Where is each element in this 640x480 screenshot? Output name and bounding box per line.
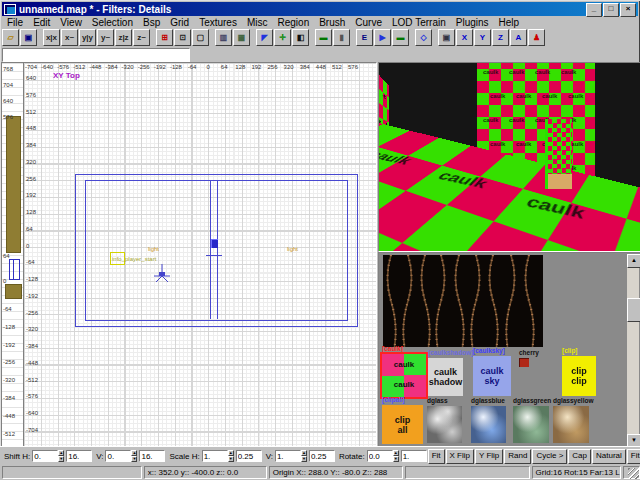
texture-browser[interactable]: ▲ ▼ [caulk]caulkcaulk[caulkshadow]caulks… [378, 252, 640, 451]
toolbar-button-csg-subtract[interactable]: ▥ [215, 29, 232, 46]
scroll-thumb[interactable] [627, 298, 640, 322]
toolbar-button-texture-lock[interactable]: ◧ [292, 29, 309, 46]
x-flip-button[interactable]: X Flip [446, 449, 474, 464]
toolbar-button-autocaulk[interactable]: A [510, 29, 527, 46]
fit-patch-button[interactable]: Fit [627, 449, 640, 464]
rotate-spinner[interactable]: ▲▼ [393, 450, 399, 462]
z-floor-brush[interactable] [5, 284, 22, 299]
toolbar-button-cascade-windows[interactable]: ▣ [438, 29, 455, 46]
minimize-button[interactable]: _ [586, 3, 602, 17]
camera-3d-view[interactable]: caulkcaulkcaulkcaulkcaulkcaulkcaulkcaulk… [378, 62, 640, 252]
scale-v-step-input[interactable] [309, 450, 335, 462]
shift-v-spinner[interactable]: ▲▼ [131, 450, 137, 462]
resize-grip[interactable] [628, 468, 639, 479]
shift-h-value-input[interactable] [32, 450, 58, 462]
toolbar-button-view-x[interactable]: X [456, 29, 473, 46]
texture-tile-clip[interactable]: clipclip [562, 356, 596, 396]
z-brush[interactable] [6, 116, 21, 253]
fit-button[interactable]: Fit [428, 449, 445, 464]
scale-v-spin-down[interactable]: ▼ [301, 456, 307, 462]
cycle-button[interactable]: Cycle > [532, 449, 567, 464]
texture-tile-dglassgreen[interactable] [513, 406, 549, 443]
rand-button[interactable]: Rand [504, 449, 531, 464]
y-flip-button[interactable]: Y Flip [475, 449, 503, 464]
toolbar-button-curve-edit[interactable]: ▶ [374, 29, 391, 46]
z-axis-view[interactable]: 768704640576640-64-128-192-256-320-384-4… [1, 62, 24, 452]
wall-brush-line-left[interactable] [210, 180, 211, 319]
texture-tile-clipall[interactable]: clipall [382, 405, 423, 444]
menu-item-grid[interactable]: Grid [165, 17, 194, 28]
natural-button[interactable]: Natural [592, 449, 626, 464]
scale-h-step-input[interactable] [236, 450, 262, 462]
z-player-start-box[interactable] [9, 259, 20, 280]
shift-h-spin-down[interactable]: ▼ [58, 456, 64, 462]
menu-item-bsp[interactable]: Bsp [138, 17, 165, 28]
scale-h-value-input[interactable] [202, 450, 228, 462]
toolbar-button-rotate-z[interactable]: z~ [133, 29, 150, 46]
toolbar-button-flip-y[interactable]: y|y [79, 29, 96, 46]
menu-item-curve[interactable]: Curve [350, 17, 387, 28]
toolbar-button-dont-select-models[interactable]: ♟ [528, 29, 545, 46]
toolbar-button-clipper[interactable]: ◤ [256, 29, 273, 46]
toolbar-button-csg-hollow[interactable]: ▦ [233, 29, 250, 46]
scale-h-spin-down[interactable]: ▼ [228, 456, 234, 462]
toolbar-button-lock-selection[interactable]: ▮ [333, 29, 350, 46]
toolbar-button-save[interactable]: ▣ [20, 29, 37, 46]
toolbar-button-rotate-y[interactable]: y~ [97, 29, 114, 46]
shift-v-step-input[interactable] [139, 450, 165, 462]
texture-tile-dglass[interactable] [427, 406, 462, 443]
toolbar-button-flip-x[interactable]: x|x [43, 29, 60, 46]
menu-item-misc[interactable]: Misc [242, 17, 273, 28]
toolbar-button-entity-inspector[interactable]: E [356, 29, 373, 46]
cap-button[interactable]: Cap [568, 449, 591, 464]
toolbar-button-view-z[interactable]: Z [492, 29, 509, 46]
filter-input[interactable] [2, 48, 190, 62]
toolbar-button-rotate-x[interactable]: x~ [61, 29, 78, 46]
texture-tile-caulkshadow[interactable]: caulkshadow [428, 358, 463, 396]
toolbar-button-patch-bend[interactable]: ▬ [392, 29, 409, 46]
menu-item-file[interactable]: File [2, 17, 28, 28]
shift-v-spin-down[interactable]: ▼ [131, 456, 137, 462]
rotate-spin-down[interactable]: ▼ [393, 456, 399, 462]
rotate-step-input[interactable] [401, 450, 427, 462]
rotate-value-input[interactable] [367, 450, 393, 462]
scale-v-spinner[interactable]: ▲▼ [301, 450, 307, 462]
camera-angle-indicator[interactable] [152, 263, 172, 283]
menu-item-edit[interactable]: Edit [28, 17, 55, 28]
menu-item-region[interactable]: Region [273, 17, 315, 28]
shift-h-spinner[interactable]: ▲▼ [58, 450, 64, 462]
toolbar-button-select-partial-tall[interactable]: ▢ [192, 29, 209, 46]
texture-scrollbar[interactable]: ▲ ▼ [627, 254, 639, 448]
toolbar-button-free-rotation[interactable]: ◇ [415, 29, 432, 46]
texture-tile-dglassblue[interactable] [471, 406, 506, 443]
menu-item-selection[interactable]: Selection [87, 17, 138, 28]
maximize-button[interactable]: □ [603, 3, 619, 17]
menu-item-textures[interactable]: Textures [194, 17, 242, 28]
menu-item-brush[interactable]: Brush [314, 17, 350, 28]
toolbar-button-flip-z[interactable]: z|z [115, 29, 132, 46]
toolbar-button-view-y[interactable]: Y [474, 29, 491, 46]
close-button[interactable]: × [620, 3, 636, 17]
scroll-up-button[interactable]: ▲ [627, 254, 640, 268]
shift-h-step-input[interactable] [66, 450, 92, 462]
menu-item-help[interactable]: Help [494, 17, 525, 28]
cherry-texture-preview[interactable] [383, 255, 543, 347]
texture-tile-cherry[interactable] [519, 358, 529, 367]
texture-tile-caulk[interactable]: caulkcaulk [382, 354, 426, 397]
menu-item-lod-terrain[interactable]: LOD Terrain [387, 17, 451, 28]
menu-item-plugins[interactable]: Plugins [451, 17, 494, 28]
shift-v-value-input[interactable] [105, 450, 131, 462]
menu-item-view[interactable]: View [55, 17, 87, 28]
selected-entity[interactable] [211, 239, 218, 248]
toolbar-button-select-touching[interactable]: ⊡ [174, 29, 191, 46]
xy-top-view[interactable]: XY Top light light info_player_start -70… [23, 62, 377, 452]
texture-tile-dglassyellow[interactable] [553, 406, 589, 443]
wall-brush-line-right[interactable] [217, 180, 218, 319]
title-bar[interactable]: unnamed.map * - Filters: Details _ □ × [2, 2, 638, 16]
scale-v-value-input[interactable] [275, 450, 301, 462]
texture-tile-caulksky[interactable]: caulksky [473, 356, 511, 396]
scale-h-spinner[interactable]: ▲▼ [228, 450, 234, 462]
toolbar-button-open[interactable]: ▱ [2, 29, 19, 46]
toolbar-button-select-vertices[interactable]: ✛ [274, 29, 291, 46]
toolbar-button-cubic-clip[interactable]: ▬ [315, 29, 332, 46]
